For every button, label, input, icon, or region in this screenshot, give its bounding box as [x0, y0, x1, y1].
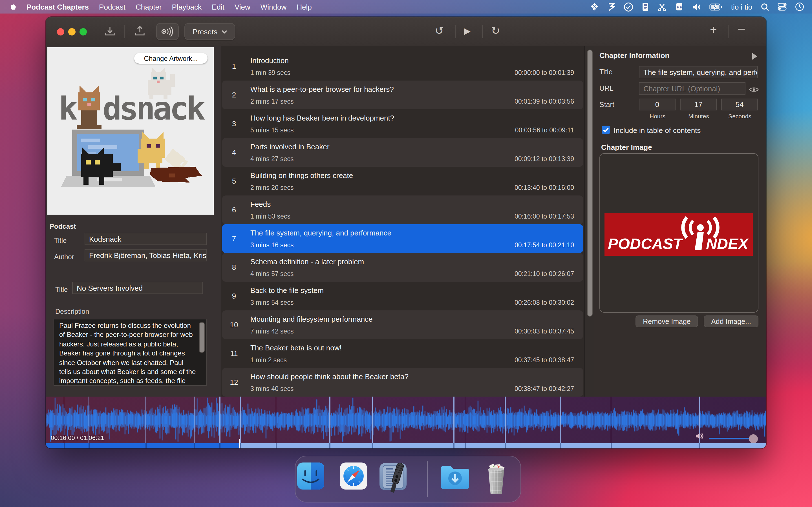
chapter-url-field[interactable]: Chapter URL (Optional) [639, 82, 746, 95]
menu-window[interactable]: Window [260, 3, 287, 11]
chapter-row[interactable]: 6Feeds1 min 53 secs00:16:00 to 00:17:53 [222, 195, 583, 224]
speaker-icon[interactable] [692, 3, 701, 11]
menu-chapter[interactable]: Chapter [136, 3, 162, 11]
chapter-marker[interactable] [611, 397, 612, 444]
menu-view[interactable]: View [235, 3, 250, 11]
play-button[interactable]: ▶ [464, 24, 470, 38]
status-text[interactable]: tio i tio [731, 3, 752, 11]
volume-slider[interactable] [709, 438, 754, 439]
close-button[interactable] [57, 28, 64, 36]
chapter-row[interactable]: 11The Beaker beta is out now!1 min 2 sec… [222, 339, 583, 368]
chapter-marker[interactable] [560, 397, 561, 444]
minimize-button[interactable] [68, 28, 75, 36]
add-image-button[interactable]: Add Image... [704, 316, 758, 327]
waveform-canvas[interactable] [46, 397, 766, 444]
playhead[interactable] [239, 439, 241, 448]
change-artwork-button[interactable]: Change Artwork... [134, 53, 207, 64]
start-seconds-field[interactable]: 54 [721, 99, 758, 110]
toc-checkbox-label: Include in table of contents [613, 126, 701, 135]
menu-playback[interactable]: Playback [172, 3, 202, 11]
zoom-button[interactable] [80, 28, 87, 36]
play-chapter-icon[interactable] [752, 53, 757, 60]
chapter-row[interactable]: 8Schema definition - a later problem4 mi… [222, 253, 583, 282]
podcast-chapters-app-icon[interactable] [379, 462, 409, 495]
chapter-time-range: 00:00:00 to 00:01:39 [515, 69, 574, 76]
podcast-artwork: k dsnack [47, 47, 214, 215]
chapter-marker[interactable] [275, 397, 276, 444]
episode-title-field[interactable]: No Servers Involved [72, 282, 203, 294]
toc-checkbox[interactable] [602, 126, 610, 134]
eye-icon[interactable] [749, 85, 759, 95]
forward-button[interactable]: ↻ [491, 24, 500, 38]
rewind-button[interactable]: ↺ [435, 24, 444, 38]
chapter-marker[interactable] [505, 397, 506, 444]
add-chapter-button[interactable]: + [710, 23, 717, 37]
description-scrollbar[interactable] [199, 322, 205, 353]
menu-app-name[interactable]: Podcast Chapters [27, 3, 89, 11]
clipboard-icon[interactable] [642, 2, 649, 11]
podcast-author-field[interactable]: Fredrik Björeman, Tobias Hieta, Kris [85, 249, 207, 262]
chapter-marker[interactable] [372, 397, 373, 444]
podcast-title-field[interactable]: Kodsnack [85, 233, 207, 245]
mask-icon[interactable] [675, 3, 684, 11]
presets-dropdown[interactable]: Presets [185, 23, 235, 40]
dropbox-icon[interactable] [590, 3, 599, 11]
volume-knob[interactable] [749, 434, 758, 443]
chapter-row[interactable]: 10Mounting and filesystem performance7 m… [222, 311, 583, 339]
chapter-marker[interactable] [146, 397, 146, 444]
battery-charging-icon[interactable] [710, 3, 723, 10]
import-icon[interactable] [104, 25, 116, 40]
chapter-row[interactable]: 12How should people think about the Beak… [222, 368, 583, 397]
spotlight-icon[interactable] [761, 3, 769, 11]
toolbar-divider [482, 25, 483, 38]
check-circle-icon[interactable] [624, 2, 633, 11]
chapter-row[interactable]: 5Building on things others create2 mins … [222, 167, 583, 195]
strip-notch [329, 443, 331, 448]
chapter-marker[interactable] [454, 397, 455, 444]
chapter-duration: 3 mins 40 secs [250, 385, 294, 392]
chapter-image-well[interactable]: PODCAST NDEX [599, 153, 758, 313]
chapter-row[interactable]: 1Introduction1 min 39 secs00:00:00 to 00… [222, 52, 583, 80]
chapter-row[interactable]: 4Parts involved in Beaker4 mins 27 secs0… [222, 138, 583, 167]
hours-label: Hours [639, 113, 676, 119]
menu-podcast[interactable]: Podcast [99, 3, 125, 11]
minutes-label: Minutes [680, 113, 717, 119]
clock-icon[interactable] [795, 2, 804, 11]
chapter-row[interactable]: 9Back to the file system3 mins 54 secs00… [222, 282, 583, 311]
menu-items: PodcastChapterPlaybackEditViewWindowHelp [99, 3, 322, 11]
chapter-marker[interactable] [329, 397, 330, 444]
chapter-title: Parts involved in Beaker [250, 143, 329, 151]
chapter-marker[interactable] [240, 397, 241, 444]
remove-image-button[interactable]: Remove Image [636, 316, 698, 327]
chapter-marker[interactable] [219, 397, 220, 444]
description-field[interactable]: Paul Frazee returns to discuss the evolu… [54, 319, 207, 386]
chapter-duration: 1 min 53 secs [250, 213, 290, 220]
chapter-row[interactable]: 3How long has Beaker been in development… [222, 109, 583, 138]
list-scrollbar-thumb[interactable] [587, 50, 593, 317]
chapter-marker[interactable] [194, 397, 195, 444]
control-center-icon[interactable] [777, 3, 786, 11]
finder-icon[interactable] [297, 462, 324, 495]
safari-icon[interactable] [340, 462, 367, 495]
menu-help[interactable]: Help [297, 3, 312, 11]
export-icon[interactable] [134, 25, 146, 40]
start-hours-field[interactable]: 0 [639, 99, 675, 110]
chapter-row[interactable]: 7The file system, querying, and performa… [222, 224, 583, 253]
progress-strip[interactable] [46, 443, 766, 448]
chapter-title-field[interactable]: The file system, querying, and performan… [639, 66, 758, 78]
menu-bar: Podcast Chapters PodcastChapterPlaybackE… [0, 0, 812, 13]
start-minutes-field[interactable]: 17 [680, 99, 717, 110]
chapter-row[interactable]: 2What is a peer-to-peer browser for hack… [222, 80, 583, 109]
waveform-bar[interactable]: 00:16:00 / 01:06:21 [46, 397, 766, 448]
broadcast-button[interactable] [156, 23, 179, 40]
remove-chapter-button[interactable]: – [738, 21, 745, 35]
trash-icon[interactable] [483, 462, 509, 495]
scissors-icon[interactable] [658, 3, 667, 11]
zigzag-icon[interactable] [608, 3, 615, 11]
chapter-marker[interactable] [464, 397, 465, 444]
strip-notch [219, 443, 220, 448]
apple-menu-icon[interactable] [8, 2, 16, 11]
kodsnack-artwork-image: k dsnack [47, 47, 214, 215]
menu-edit[interactable]: Edit [212, 3, 224, 11]
downloads-folder-icon[interactable] [439, 462, 471, 495]
